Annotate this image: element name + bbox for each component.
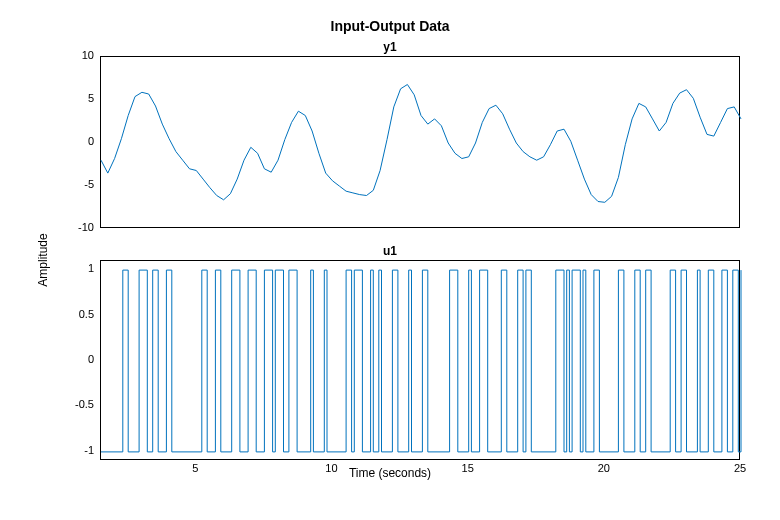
y-tick-label: 0.5 [60,308,94,320]
x-tick-label: 5 [192,462,198,474]
y-tick-label: -1 [60,444,94,456]
y-tick-label: 0 [60,135,94,147]
y-tick-label: 1 [60,262,94,274]
x-tick-label: 10 [325,462,337,474]
y-tick-label: 5 [60,92,94,104]
y-tick-label: 0 [60,353,94,365]
x-axis-label: Time (seconds) [0,466,780,480]
line-plot-u1 [101,261,741,461]
subplot2-title: u1 [0,244,780,258]
y-axis-label: Amplitude [36,233,50,286]
y-tick-label: 10 [60,49,94,61]
y-tick-label: -5 [60,178,94,190]
axes-output-y1 [100,56,740,228]
chart-title: Input-Output Data [0,18,780,34]
subplot1-title: y1 [0,40,780,54]
y-tick-label: -0.5 [60,398,94,410]
x-tick-label: 20 [598,462,610,474]
y-tick-label: -10 [60,221,94,233]
figure: Input-Output Data y1 u1 Amplitude Time (… [0,0,780,520]
axes-input-u1 [100,260,740,460]
x-tick-label: 25 [734,462,746,474]
x-tick-label: 15 [462,462,474,474]
line-plot-y1 [101,57,741,229]
